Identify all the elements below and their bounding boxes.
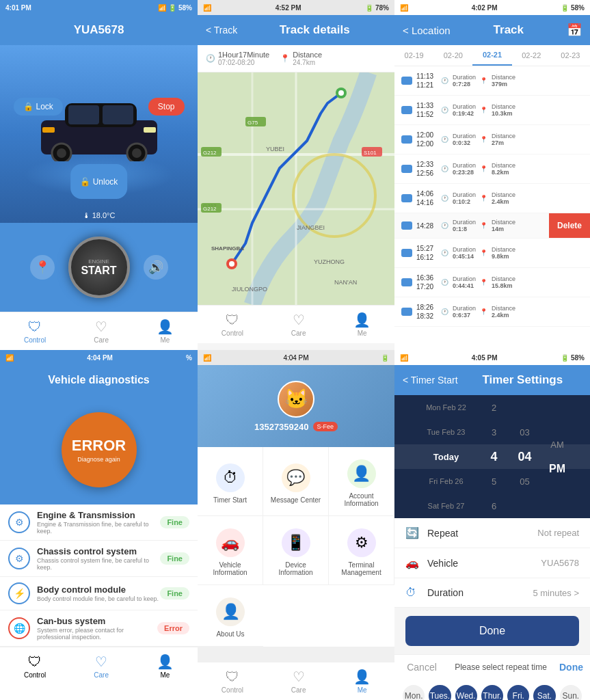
track-title-p3: Track bbox=[456, 23, 561, 37]
wifi-p5: 📶 bbox=[203, 354, 211, 362]
track-time-3: 12:3312:56 bbox=[416, 160, 441, 178]
car-icon-8 bbox=[401, 308, 412, 316]
pin-icon-t1: 📍 bbox=[480, 107, 487, 113]
car-icon-5 bbox=[401, 221, 412, 230]
stop-button[interactable]: Stop bbox=[148, 98, 185, 116]
diag-item-engine[interactable]: ⚙ Engine & Transmission Engine & Transmi… bbox=[0, 504, 198, 541]
message-center-menu-item[interactable]: 💬 Message Center bbox=[263, 447, 329, 516]
track-details-3: 🕐 Duration0:23:28 📍 Distance8.2km bbox=[441, 162, 583, 176]
svg-text:SHAPINGBA: SHAPINGBA bbox=[211, 245, 244, 252]
picker-day-0: Mon Feb 22 bbox=[412, 395, 481, 420]
day-fri[interactable]: Fri. bbox=[507, 685, 529, 700]
nav-control-p5[interactable]: 🛡 Control bbox=[222, 669, 243, 694]
track-row-2[interactable]: 12:0012:00 🕐 Duration0:0:32 📍 Distance27… bbox=[394, 125, 590, 154]
picker-hour-0: 2 bbox=[481, 395, 508, 420]
track-row-5[interactable]: 14:28 🕐 Duration0:1:8 📍 Distance14m Dele… bbox=[394, 213, 590, 239]
track-map[interactable]: YUBEI JIANGBEI YUZHONG JIULONGPO NAN'AN … bbox=[198, 72, 394, 305]
day-mon[interactable]: Mon. bbox=[403, 685, 425, 700]
track-row-7[interactable]: 16:3617:20 🕐 Duration0:44:41 📍 Distance1… bbox=[394, 268, 590, 297]
picker-day-4: Sat Feb 27 bbox=[412, 494, 481, 518]
track-details-7: 🕐 Duration0:44:41 📍 Distance15.8km bbox=[441, 275, 583, 289]
nav-care-p2[interactable]: ♡ Care bbox=[291, 312, 306, 337]
nav-control-p1[interactable]: 🛡 Control bbox=[24, 319, 46, 344]
profile-area: 🐱 13527359240 S-Fee bbox=[198, 365, 394, 447]
picker-days-col[interactable]: Mon Feb 22 Tue Feb 23 Today Fri Feb 26 S… bbox=[412, 395, 481, 518]
track-row-0[interactable]: 11:1311:21 🕐 Duration0:7:28 📍 Distance37… bbox=[394, 66, 590, 96]
back-button-p2[interactable]: < Track bbox=[206, 25, 237, 36]
track-row-1[interactable]: 11:3311:52 🕐 Duration0:19:42 📍 Distance1… bbox=[394, 96, 590, 125]
back-p6[interactable]: < Timer Start bbox=[403, 375, 458, 386]
nav-me-p4[interactable]: 👤 Me bbox=[157, 654, 174, 679]
done-bottom-button[interactable]: Done bbox=[552, 655, 590, 679]
picker-ampm-col[interactable]: AM PM bbox=[542, 432, 573, 481]
delete-track-button[interactable]: Delete bbox=[549, 213, 590, 238]
day-sun[interactable]: Sun. bbox=[560, 685, 582, 700]
pin-icon-t2: 📍 bbox=[480, 136, 487, 143]
vehicle-label: Vehicle bbox=[427, 558, 541, 569]
repeat-label: Repeat bbox=[427, 528, 537, 539]
nav-control-p2[interactable]: 🛡 Control bbox=[222, 312, 243, 337]
repeat-setting[interactable]: 🔄 Repeat Not repeat bbox=[394, 518, 590, 548]
diag-item-body[interactable]: ⚡ Body control module Body control modul… bbox=[0, 577, 198, 610]
nav-care-p4[interactable]: ♡ Care bbox=[94, 654, 109, 679]
diag-item-chassis[interactable]: ⚙ Chassis control system Chassis control… bbox=[0, 541, 198, 577]
vehicle-info-menu-item[interactable]: 🚗 Vehicle Information bbox=[198, 516, 263, 585]
day-wed[interactable]: Wed. bbox=[455, 685, 477, 700]
nav-care-p1[interactable]: ♡ Care bbox=[94, 319, 109, 344]
track-details-4: 🕐 Duration0:10:2 📍 Distance2.4km bbox=[441, 191, 583, 205]
duration-setting[interactable]: ⏱ Duration 5 minutes > bbox=[394, 578, 590, 608]
track-row-3[interactable]: 12:3312:56 🕐 Duration0:23:28 📍 Distance8… bbox=[394, 154, 590, 184]
datetime-picker[interactable]: Mon Feb 22 Tue Feb 23 Today Fri Feb 26 S… bbox=[394, 395, 590, 518]
duration-info: 🕐 1Hour17Minute 07:02-08:20 bbox=[206, 51, 269, 66]
diagnose-again-button[interactable]: ERROR Diagnose again bbox=[62, 412, 137, 487]
about-us-menu-item[interactable]: 👤 About Us bbox=[198, 585, 263, 647]
vehicle-setting[interactable]: 🚗 Vehicle YUA5678 bbox=[394, 548, 590, 578]
select-prompt: Please select repeat time bbox=[449, 662, 552, 672]
timer-start-menu-item[interactable]: ⏱ Timer Start bbox=[198, 447, 263, 516]
track-details-title: Track details bbox=[243, 23, 386, 37]
device-info-menu-item[interactable]: 📱 Device Information bbox=[263, 516, 329, 585]
terminal-mgmt-menu-item[interactable]: ⚙ Terminal Management bbox=[329, 516, 394, 585]
engine-icon: ⚙ bbox=[8, 511, 30, 533]
shield-icon-p2b: 🛡 bbox=[226, 312, 239, 328]
menu-grid: ⏱ Timer Start 💬 Message Center 👤 Account… bbox=[198, 447, 394, 647]
nav-control-p4[interactable]: 🛡 Control bbox=[24, 654, 46, 679]
lock-button[interactable]: 🔒Lock bbox=[14, 98, 63, 116]
day-sat[interactable]: Sat. bbox=[533, 685, 555, 700]
clock-icon-t3: 🕐 bbox=[441, 165, 448, 172]
nav-me-p5[interactable]: 👤 Me bbox=[353, 669, 371, 694]
nav-me-p2[interactable]: 👤 Me bbox=[353, 312, 371, 337]
track-row-6[interactable]: 15:2716:12 🕐 Duration0:45:14 📍 Distance9… bbox=[394, 239, 590, 268]
picker-hours-col[interactable]: 2 3 4 5 6 bbox=[481, 395, 508, 518]
engine-start-button[interactable]: ENGINE START bbox=[68, 237, 130, 298]
back-p3[interactable]: < Location bbox=[403, 25, 451, 36]
picker-minutes-col[interactable]: 03 04 05 bbox=[508, 420, 542, 494]
day-tue[interactable]: Tues. bbox=[429, 685, 451, 700]
device-info-icon: 📱 bbox=[282, 528, 310, 557]
cancel-button-p6[interactable]: Cancel bbox=[394, 655, 449, 679]
bottom-nav-p1: 🛡 Control ♡ Care 👤 Me bbox=[0, 312, 198, 350]
calendar-icon-p3[interactable]: 📅 bbox=[567, 23, 582, 38]
done-button[interactable]: Done bbox=[405, 616, 579, 646]
battery-p5: 🔋 bbox=[381, 354, 389, 362]
nav-me-p1[interactable]: 👤 Me bbox=[157, 319, 174, 344]
account-info-label: Account Information bbox=[334, 492, 388, 507]
chassis-status-badge: Fine bbox=[160, 552, 189, 565]
track-time-2: 12:0012:00 bbox=[416, 131, 441, 148]
profile-menu-panel: 📶 4:04 PM 🔋 🐱 13527359240 S-Fee ⏱ Timer … bbox=[198, 350, 394, 700]
bottom-nav-p2: 🛡 Control ♡ Care 👤 Me bbox=[198, 305, 394, 343]
date-tab-0219[interactable]: 02-19 bbox=[394, 46, 433, 65]
person-icon-p4: 👤 bbox=[157, 654, 174, 670]
day-thu[interactable]: Thur. bbox=[481, 685, 503, 700]
car-icon-4 bbox=[401, 194, 412, 202]
track-row-4[interactable]: 14:0614:16 🕐 Duration0:10:2 📍 Distance2.… bbox=[394, 184, 590, 213]
date-tab-0222[interactable]: 02-22 bbox=[512, 46, 551, 65]
track-row-8[interactable]: 18:2618:32 🕐 Duration0:6:37 📍 Distance2.… bbox=[394, 297, 590, 327]
unlock-button[interactable]: 🔓Unlock bbox=[70, 164, 128, 199]
account-info-menu-item[interactable]: 👤 Account Information bbox=[329, 447, 394, 516]
date-tab-0221[interactable]: 02-21 bbox=[472, 45, 511, 66]
nav-care-p5[interactable]: ♡ Care bbox=[291, 669, 306, 694]
date-tab-0220[interactable]: 02-20 bbox=[433, 46, 472, 65]
date-tab-0223[interactable]: 02-23 bbox=[551, 46, 590, 65]
diag-item-canbus[interactable]: 🌐 Can-bus system System error, please co… bbox=[0, 610, 198, 647]
